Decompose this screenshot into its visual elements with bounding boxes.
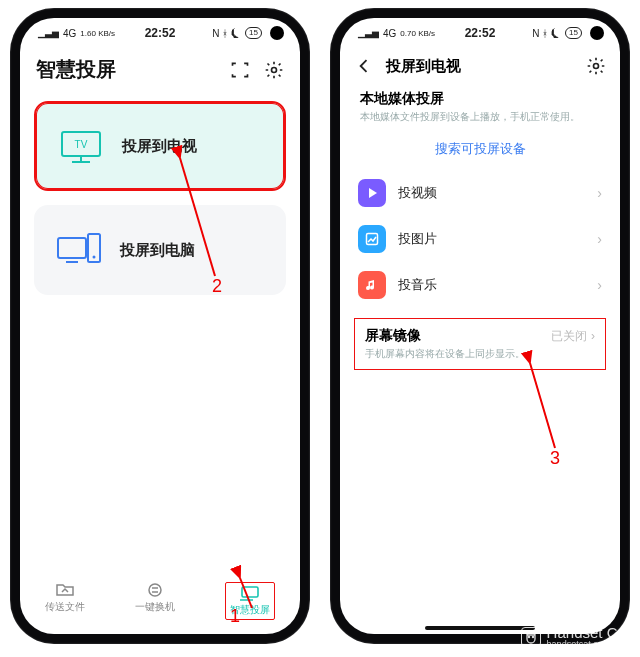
screen-mirror-sub: 手机屏幕内容将在设备上同步显示。 <box>365 347 595 361</box>
signal-type: 4G <box>63 28 76 39</box>
battery-indicator: 15 <box>565 27 582 39</box>
section-local-media-sub: 本地媒体文件投屏到设备上播放，手机正常使用。 <box>340 108 620 134</box>
phone-left: ▁▃▅ 4G 1.60 KB/s 22:52 N ᚼ ⏾ 15 智慧投屏 <box>10 8 310 644</box>
scan-icon[interactable] <box>230 60 250 80</box>
signal-icon: ▁▃▅ <box>38 29 59 38</box>
clock: 22:52 <box>145 26 176 40</box>
cast-to-tv-label: 投屏到电视 <box>122 137 197 156</box>
chevron-right-icon: › <box>591 329 595 343</box>
net-speed: 0.70 KB/s <box>400 29 435 38</box>
svg-point-7 <box>93 256 96 259</box>
signal-type: 4G <box>383 28 396 39</box>
screen-mirror-title: 屏幕镜像 <box>365 327 421 345</box>
chevron-right-icon: › <box>597 231 602 247</box>
image-icon <box>358 225 386 253</box>
menu-cast-video[interactable]: 投视频 › <box>358 170 602 216</box>
screen-mirror-row[interactable]: 屏幕镜像 已关闭 › 手机屏幕内容将在设备上同步显示。 <box>354 318 606 370</box>
svg-rect-9 <box>242 587 258 597</box>
phone-right: ▁▃▅ 4G 0.70 KB/s 22:52 N ᚼ ⏾ 15 投屏到电视 <box>330 8 630 644</box>
battery-indicator: 15 <box>245 27 262 39</box>
tab-transfer-label: 传送文件 <box>45 600 85 614</box>
clock: 22:52 <box>465 26 496 40</box>
tab-clone[interactable]: 一键换机 <box>135 582 175 620</box>
cast-to-pc-card[interactable]: 投屏到电脑 <box>34 205 286 295</box>
tab-clone-label: 一键换机 <box>135 600 175 614</box>
status-extras: N ᚼ ⏾ <box>532 28 561 39</box>
status-extras: N ᚼ ⏾ <box>212 28 241 39</box>
svg-rect-4 <box>58 238 86 258</box>
chevron-right-icon: › <box>597 277 602 293</box>
status-bar: ▁▃▅ 4G 0.70 KB/s 22:52 N ᚼ ⏾ 15 <box>340 18 620 48</box>
back-icon[interactable] <box>354 56 374 76</box>
music-icon <box>358 271 386 299</box>
page-title: 投屏到电视 <box>386 57 574 76</box>
camera-hole <box>270 26 284 40</box>
tv-icon-text: TV <box>75 139 88 150</box>
menu-cast-video-label: 投视频 <box>398 184 585 202</box>
pc-icon <box>56 230 102 270</box>
sub-header: 投屏到电视 <box>340 48 620 82</box>
screen-icon <box>240 585 260 601</box>
gesture-bar <box>425 626 535 630</box>
watermark-url: handsetcat.com <box>547 640 630 649</box>
play-icon <box>358 179 386 207</box>
watermark-text: Handset Cat <box>547 625 630 640</box>
menu-cast-image[interactable]: 投图片 › <box>358 216 602 262</box>
menu-cast-image-label: 投图片 <box>398 230 585 248</box>
folder-icon <box>55 582 75 598</box>
tab-smartcast[interactable]: 智慧投屏 <box>225 582 275 620</box>
status-bar: ▁▃▅ 4G 1.60 KB/s 22:52 N ᚼ ⏾ 15 <box>20 18 300 48</box>
watermark: Handset Cat handsetcat.com <box>521 625 630 649</box>
camera-hole <box>590 26 604 40</box>
cast-to-tv-card[interactable]: TV 投屏到电视 <box>34 101 286 191</box>
menu-cast-music-label: 投音乐 <box>398 276 585 294</box>
svg-point-13 <box>594 64 599 69</box>
net-speed: 1.60 KB/s <box>80 29 115 38</box>
tab-smartcast-label: 智慧投屏 <box>230 603 270 617</box>
tv-icon: TV <box>58 126 104 166</box>
svg-point-16 <box>528 636 529 637</box>
svg-line-15 <box>530 363 555 448</box>
svg-point-0 <box>272 67 277 72</box>
signal-icon: ▁▃▅ <box>358 29 379 38</box>
svg-point-8 <box>149 584 161 596</box>
gear-icon[interactable] <box>264 60 284 80</box>
bottom-navigation: 传送文件 一键换机 智慧投屏 <box>20 576 300 624</box>
app-header: 智慧投屏 <box>20 48 300 97</box>
cat-icon <box>521 627 541 647</box>
search-devices-link[interactable]: 搜索可投屏设备 <box>340 134 620 170</box>
cast-to-pc-label: 投屏到电脑 <box>120 241 195 260</box>
menu-cast-music[interactable]: 投音乐 › <box>358 262 602 308</box>
section-local-media-title: 本地媒体投屏 <box>340 82 620 108</box>
gear-icon[interactable] <box>586 56 606 76</box>
tab-transfer[interactable]: 传送文件 <box>45 582 85 620</box>
annotation-3: 3 <box>550 448 560 468</box>
screen-mirror-value: 已关闭 <box>551 328 587 345</box>
chevron-right-icon: › <box>597 185 602 201</box>
page-title: 智慧投屏 <box>36 56 116 83</box>
swap-icon <box>145 582 165 598</box>
svg-point-17 <box>532 636 533 637</box>
